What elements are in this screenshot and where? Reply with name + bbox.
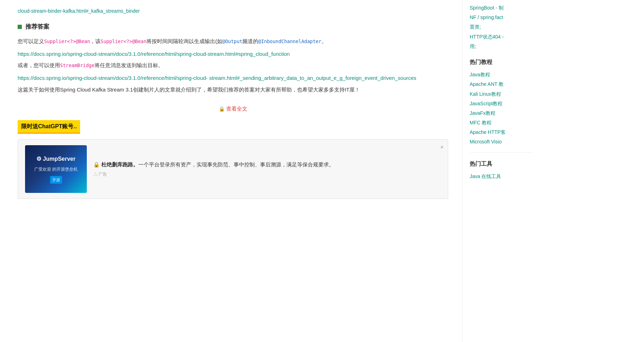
ad-image: ⚙ JumpServer 广受欢迎 的开源堡垒机 开源 — [25, 145, 87, 193]
link2-line2: stream.html#_sending_arbitrary_data_to_a… — [209, 75, 416, 81]
para1-end: 。 — [321, 38, 327, 44]
para1-prefix: 您可以定义 — [18, 38, 44, 44]
stream-bridge-link[interactable]: https://docs.spring.io/spring-cloud-stre… — [18, 73, 448, 83]
ad-person-icon: △ — [93, 172, 97, 177]
hot-tutorials-list: Java教程 Apache ANT 教 Kali Linux教程 JavaScr… — [470, 70, 533, 147]
sidebar-link-nf[interactable]: NF / spring.fact — [470, 13, 533, 22]
jumpserver-sub: 广受欢迎 的开源堡垒机 — [34, 166, 78, 173]
para1-suffix1: 将按时间间隔轮询以生成输出(如 — [146, 38, 222, 44]
code2: Supplier<?>@Bean — [101, 39, 146, 44]
para2-prefix: 或者，您可以使用 — [18, 62, 60, 68]
ad-text-block: 🔒 杜绝删库跑路。一个平台登录所有资产，实现事先防范、事中控制、事后溯源，满足等… — [93, 160, 441, 178]
view-full-link[interactable]: 🔒查看全文 — [219, 106, 247, 112]
sidebar-link-zhilei[interactable]: 置类; — [470, 23, 533, 31]
section-header: 推荐答案 — [18, 22, 448, 32]
section-title: 推荐答案 — [25, 22, 49, 32]
ad-inner: ⚙ JumpServer 广受欢迎 的开源堡垒机 开源 🔒 杜绝删库跑路。一个平… — [25, 145, 441, 193]
hot-tutorials-title: 热门教程 — [470, 57, 533, 67]
jumpserver-tag: 开源 — [50, 176, 62, 184]
sidebar-link-ms-visio[interactable]: Microsoft Visio — [470, 137, 533, 146]
ad-title-strong: 🔒 杜绝删库跑路。 — [93, 161, 138, 167]
sidebar-link-js[interactable]: JavaScript教程 — [470, 99, 533, 108]
link2-line1: https://docs.spring.io/spring-cloud-stre… — [18, 75, 208, 81]
main-content: cloud-stream-binder-kafka.html#_kafka_st… — [0, 0, 462, 342]
sidebar-link-java[interactable]: Java教程 — [470, 70, 533, 79]
code4: @InboundChannelAdapter — [258, 39, 321, 44]
sidebar-link-ant[interactable]: Apache ANT 教 — [470, 80, 533, 89]
sidebar-link-yong[interactable]: 用; — [470, 42, 533, 51]
jumpserver-logo: ⚙ JumpServer — [36, 154, 76, 164]
code1: Supplier<?>@Bean — [44, 39, 90, 44]
para1-block: 您可以定义Supplier<?>@Bean，该Supplier<?>@Bean将… — [18, 36, 448, 46]
ad-title: 🔒 杜绝删库跑路。一个平台登录所有资产，实现事先防范、事中控制、事后溯源，满足等… — [93, 160, 441, 169]
view-full-text: 查看全文 — [226, 106, 247, 112]
sidebar-link-kali[interactable]: Kali Linux教程 — [470, 90, 533, 99]
sidebar-link-java-tool[interactable]: Java 在线工具 — [470, 172, 533, 181]
para3-text: 这篇关于如何使用Spring Cloud Kafka Stream 3.1创建制… — [18, 87, 360, 93]
promo-banner-title: 限时送ChatGPT账号.. — [21, 123, 77, 129]
ad-desc: 一个平台登录所有资产，实现事先防范、事中控制、事后溯源，满足等保合规要求。 — [138, 161, 334, 167]
sidebar-link-javafx[interactable]: JavaFx教程 — [470, 109, 533, 118]
ad-label: △ 广告 — [93, 171, 441, 178]
code3: @Output — [222, 39, 242, 44]
sidebar-link-http404[interactable]: HTTP状态404 - — [470, 33, 533, 41]
top-kafka-link[interactable]: cloud-stream-binder-kafka.html#_kafka_st… — [18, 7, 448, 16]
ad-card: ⚙ JumpServer 广受欢迎 的开源堡垒机 开源 🔒 杜绝删库跑路。一个平… — [18, 139, 448, 199]
hot-tools-title: 热门工具 — [470, 159, 533, 169]
para3-block: 这篇关于如何使用Spring Cloud Kafka Stream 3.1创建制… — [18, 85, 448, 94]
para2-suffix: 将任意消息发送到输出目标。 — [95, 62, 163, 68]
ad-close-button[interactable]: × — [440, 142, 444, 152]
lock-icon: 🔒 — [219, 106, 225, 112]
sidebar-link-apache-http[interactable]: Apache HTTP客 — [470, 128, 533, 137]
spring-function-link[interactable]: https://docs.spring.io/spring-cloud-stre… — [18, 49, 448, 59]
ad-label-text: 广告 — [98, 172, 107, 177]
para2-block: 或者，您可以使用StreamBridge将任意消息发送到输出目标。 — [18, 60, 448, 70]
sidebar: SpringBoot - 制 NF / spring.fact 置类; HTTP… — [462, 0, 540, 342]
sidebar-quick-links: SpringBoot - 制 NF / spring.fact 置类; HTTP… — [470, 4, 533, 51]
para1-mid: ，该 — [90, 38, 101, 44]
code5: StreamBridge — [60, 63, 95, 68]
green-square-icon — [18, 25, 22, 29]
view-full-section: 🔒查看全文 — [18, 104, 448, 113]
sidebar-divider — [470, 152, 533, 153]
sidebar-link-mfc[interactable]: MFC 教程 — [470, 118, 533, 127]
hot-tools-list: Java 在线工具 — [470, 172, 533, 181]
sidebar-link-springboot[interactable]: SpringBoot - 制 — [470, 4, 533, 12]
promo-yellow-banner[interactable]: 限时送ChatGPT账号.. — [18, 120, 80, 133]
para1-suffix2: 频道的 — [242, 38, 258, 44]
